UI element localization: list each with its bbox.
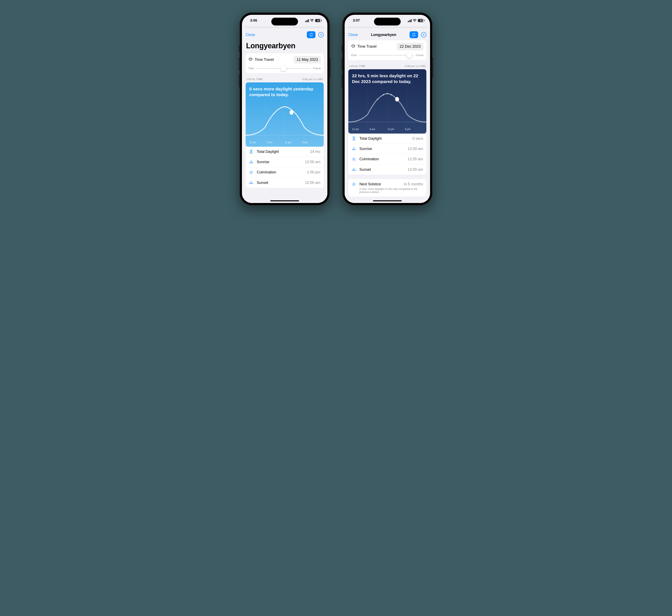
slider-thumb[interactable] [406, 52, 412, 58]
chart-label: 6 am [370, 128, 387, 131]
sun-times-list: Total Daylight 24 hrs Sunrise 12:00 am C… [246, 147, 324, 188]
svg-point-20 [353, 183, 355, 185]
svg-point-8 [414, 21, 415, 22]
time-travel-icon [351, 44, 355, 49]
status-bar: 3:06 83 [242, 15, 327, 26]
time-travel-slider[interactable] [256, 68, 311, 69]
row-label: Sunrise [359, 147, 404, 151]
row-value: 0 secs [412, 136, 423, 141]
chart-headline: 0 secs more daylight yesterday compared … [246, 82, 324, 100]
chart-label: 12 am [352, 128, 370, 131]
list-item: Sunrise 12:00 am [246, 157, 324, 167]
sun-icon [249, 170, 253, 175]
row-label: Sunset [257, 181, 302, 185]
phone-right: 3:07 83 Close Longyearbyen + [342, 12, 433, 205]
row-value: 12:00 am [305, 181, 320, 185]
nav-bar: Close Longyearbyen + [345, 28, 430, 40]
content: Time Travel 22 Dec 2023 Past Future LOCA… [345, 40, 430, 203]
row-value: 12:00 am [408, 167, 423, 172]
nav-bar: Close + [242, 28, 327, 40]
list-item: Sunrise 12:00 am [348, 144, 426, 154]
slider-future-label: Future [313, 67, 321, 70]
list-item: Culmination 11:55 am [348, 154, 426, 164]
chart-label: 6 am [267, 141, 285, 144]
close-button[interactable]: Close [348, 33, 358, 37]
refresh-button[interactable] [410, 31, 418, 38]
slider-past-label: Past [249, 67, 254, 70]
sunrise-icon [352, 147, 356, 151]
daylight-chart-card: 0 secs more daylight yesterday compared … [246, 82, 324, 147]
svg-point-15 [383, 94, 384, 95]
time-travel-card: Time Travel 11 May 2023 Past Future [246, 53, 324, 73]
next-solstice-label: Next Solstice [359, 182, 401, 186]
slider-past-label: Past [351, 54, 357, 57]
local-time-value: 4:06 pm (+1 HR) [302, 78, 323, 81]
content: Longyearbyen Time Travel 11 May 2023 Pas… [242, 40, 327, 203]
signal-icon [408, 19, 412, 22]
close-button[interactable]: Close [246, 33, 255, 37]
refresh-button[interactable] [307, 31, 315, 38]
chart-label: 12 pm [285, 141, 302, 144]
row-label: Total Daylight [359, 136, 409, 141]
chart-label: 6 pm [405, 128, 423, 131]
add-button[interactable]: + [421, 32, 426, 37]
chart-label: 12 pm [387, 128, 405, 131]
sun-icon [352, 182, 356, 186]
add-button[interactable]: + [318, 32, 324, 37]
local-time-label: LOCAL TIME [349, 64, 366, 68]
next-solstice-subtitle: 0 secs more daylight on this day compare… [352, 187, 423, 193]
svg-point-17 [391, 94, 392, 95]
row-label: Sunset [359, 167, 404, 172]
row-label: Culmination [257, 170, 304, 174]
row-label: Sunrise [257, 160, 302, 164]
next-solstice-value: in 5 months [404, 182, 423, 186]
sun-times-list: Total Daylight 0 secs Sunrise 12:00 am C… [348, 133, 426, 175]
status-time: 3:07 [353, 18, 360, 23]
daylight-chart [246, 100, 324, 141]
battery-icon: 83 [315, 19, 321, 22]
home-indicator[interactable] [373, 200, 402, 201]
row-label: Total Daylight [257, 150, 307, 154]
time-travel-label: Time Travel [357, 44, 376, 49]
slider-thumb[interactable] [281, 66, 286, 71]
date-chip[interactable]: 11 May 2023 [294, 56, 321, 63]
svg-point-16 [387, 93, 388, 94]
hourglass-icon [352, 136, 356, 140]
svg-point-7 [250, 171, 252, 173]
list-item: Total Daylight 0 secs [348, 133, 426, 144]
row-value: 1:00 pm [307, 170, 320, 174]
svg-point-6 [290, 110, 293, 115]
status-time: 3:06 [250, 18, 257, 23]
svg-point-14 [377, 98, 378, 100]
home-indicator[interactable] [270, 200, 299, 201]
next-solstice-card: Next Solstice in 5 months 0 secs more da… [348, 179, 426, 196]
list-item: Sunset 12:00 am [348, 164, 426, 175]
sunrise-icon [249, 160, 253, 164]
date-chip[interactable]: 22 Dec 2023 [397, 43, 423, 50]
svg-point-19 [353, 158, 355, 160]
wifi-icon [310, 19, 314, 22]
svg-point-18 [395, 97, 399, 101]
chart-label: 6 pm [302, 141, 320, 144]
status-bar: 3:07 83 [345, 15, 430, 26]
chart-label: 12 am [249, 141, 267, 144]
list-item: Total Daylight 24 hrs [246, 147, 324, 157]
sunset-icon [249, 181, 253, 184]
time-travel-label: Time Travel [255, 58, 274, 62]
time-travel-slider[interactable] [359, 55, 414, 56]
hourglass-icon [249, 150, 253, 154]
row-label: Culmination [359, 157, 404, 161]
svg-point-0 [312, 21, 312, 22]
row-value: 24 hrs [310, 150, 320, 154]
signal-icon [305, 19, 309, 22]
sunset-icon [352, 168, 356, 171]
nav-title: Longyearbyen [371, 33, 396, 37]
daylight-chart [348, 87, 426, 128]
phone-left: 3:06 83 Close + Longyearbyen [239, 12, 330, 205]
list-item: Culmination 1:00 pm [246, 167, 324, 177]
time-travel-card: Time Travel 22 Dec 2023 Past Future [348, 40, 426, 60]
local-time-value: 4:06 pm (+1 HR) [405, 64, 426, 68]
page-title: Longyearbyen [246, 40, 324, 53]
daylight-chart-card: 22 hrs, 5 min less daylight on 22 Dec 20… [348, 69, 426, 133]
row-value: 12:00 am [408, 147, 423, 151]
